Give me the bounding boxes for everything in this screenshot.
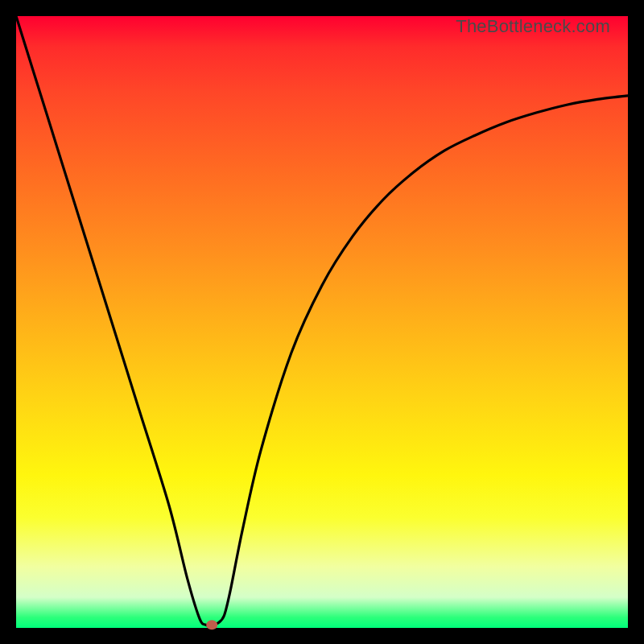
plot-area: TheBottleneck.com xyxy=(16,16,628,628)
curve-layer xyxy=(16,16,628,628)
chart-frame: TheBottleneck.com xyxy=(0,0,644,644)
bottleneck-curve xyxy=(16,16,628,625)
optimum-marker-icon xyxy=(206,620,217,630)
